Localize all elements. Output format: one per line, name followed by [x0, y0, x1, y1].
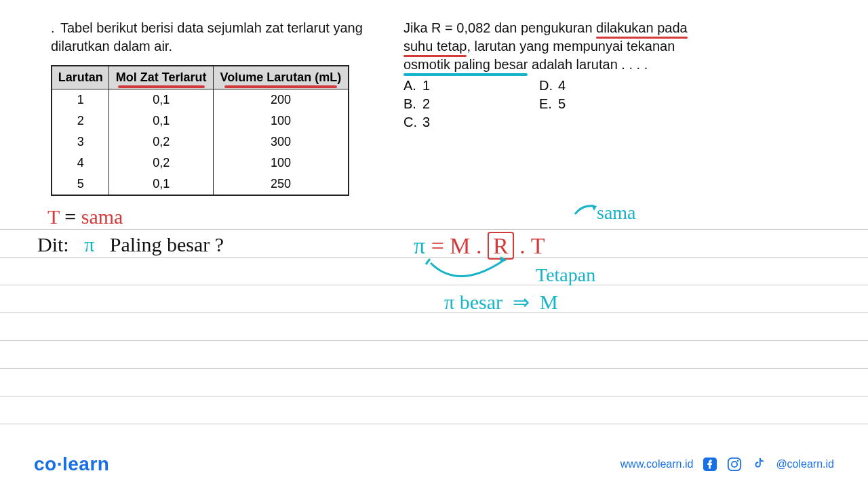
table-row: 20,1100 [52, 110, 349, 131]
footer: co·learn www.colearn.id @colearn.id [0, 441, 868, 488]
table-row: 50,1250 [52, 174, 349, 195]
red-underline-icon [224, 85, 337, 88]
hw-t-sama: T = sama [47, 205, 123, 228]
option-c: C.3 [403, 115, 539, 130]
annot-red-underline: dilakukan pada [596, 19, 688, 37]
hw-sama-right: sama [597, 202, 636, 224]
svg-rect-1 [728, 458, 741, 470]
arrowhead-icon [591, 205, 597, 211]
hw-conclusion: π besar ⇒ M [444, 290, 558, 314]
annot-red-underline: suhu tetap [403, 37, 467, 56]
table-row: 40,2100 [52, 152, 349, 174]
ruled-paper: T = sama Dit: π Paling besar ? sama π = … [0, 202, 868, 441]
table-row: 30,2300 [52, 131, 349, 152]
curve-arrow-icon [431, 262, 502, 277]
th-mol: Mol Zat Terlarut [109, 66, 213, 89]
problem-intro: .Tabel berikut berisi data sejumlah zat … [51, 19, 370, 56]
hw-formula: π = M . R . T [414, 233, 545, 259]
arrow-icon [575, 206, 594, 214]
option-e: E.5 [539, 96, 675, 112]
brand-logo: co·learn [34, 453, 109, 475]
footer-url: www.colearn.id [620, 458, 694, 470]
table-row: 10,1200 [52, 89, 349, 111]
red-underline-icon [118, 85, 205, 88]
tiktok-icon [751, 457, 766, 472]
hw-tetapan: Tetapan [536, 264, 595, 286]
boxed-r: R [488, 232, 514, 260]
data-table: Larutan Mol Zat Terlarut Volume Larutan … [51, 65, 349, 196]
table-header-row: Larutan Mol Zat Terlarut Volume Larutan … [52, 66, 349, 89]
th-volume: Volume Larutan (mL) [213, 66, 349, 89]
svg-point-3 [737, 460, 739, 462]
option-a: A.1 [403, 78, 539, 94]
hw-dit: Dit: π Paling besar ? [37, 233, 224, 256]
th-larutan: Larutan [52, 66, 109, 89]
option-b: B.2 [403, 96, 539, 112]
annot-cyan-underline: osmotik paling besar [403, 56, 528, 74]
footer-handle: @colearn.id [776, 458, 834, 470]
option-d: D.4 [539, 78, 675, 94]
question-text: Jika R = 0,082 dan pengukuran dilakukan … [403, 19, 827, 74]
answer-options: A.1 D.4 B.2 E.5 C.3 [403, 78, 827, 130]
facebook-icon [703, 457, 717, 472]
svg-point-2 [732, 462, 737, 467]
instagram-icon [727, 457, 742, 472]
